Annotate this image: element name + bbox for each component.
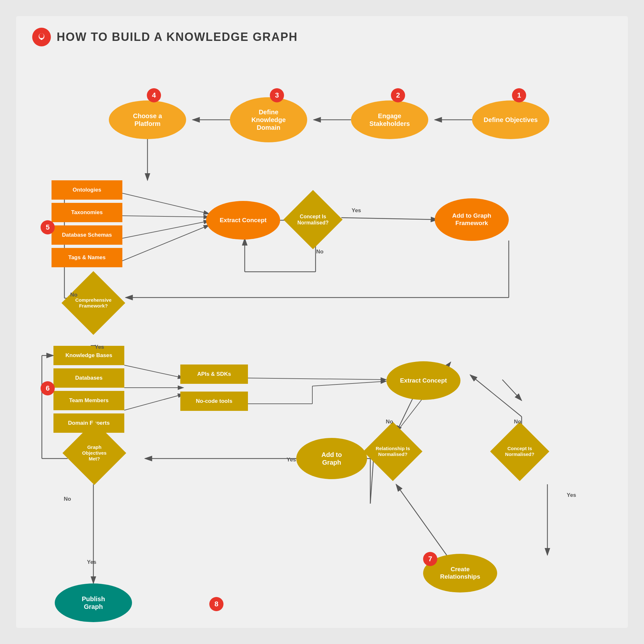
relationship-normalised: Relationship IsNormalised? [364, 422, 422, 480]
extract-concept-top: Extract Concept [206, 201, 280, 240]
header: HOW TO BUILD A KNOWLEDGE GRAPH [16, 16, 628, 53]
svg-line-12 [122, 216, 209, 217]
badge-2: 2 [391, 88, 405, 102]
svg-line-31 [312, 381, 386, 386]
svg-line-34 [470, 375, 522, 417]
svg-line-14 [122, 225, 209, 261]
taxonomies: Taxonomies [52, 203, 122, 222]
database-schemas: Database Schemas [52, 225, 122, 245]
label-yes-comp: Yes [95, 344, 104, 350]
add-to-graph-framework: Add to GraphFramework [435, 198, 509, 241]
svg-line-27 [124, 394, 184, 410]
concept-normalised-bottom: Concept IsNormalised? [491, 422, 549, 480]
extract-concept-bottom: Extract Concept [386, 361, 460, 400]
flowchart: 1 2 3 4 5 6 7 8 Define Objectives Engage… [16, 53, 628, 629]
badge-8: 8 [209, 597, 223, 611]
svg-line-32 [502, 380, 522, 401]
publish-graph: PublishGraph [55, 583, 132, 622]
label-no-comp: No [70, 292, 78, 298]
badge-1: 1 [512, 88, 526, 102]
label-no-rel: No [386, 419, 393, 425]
add-to-graph: Add toGraph [296, 438, 367, 479]
databases: Databases [53, 368, 124, 388]
page-title: HOW TO BUILD A KNOWLEDGE GRAPH [57, 30, 298, 44]
label-no-conc: No [514, 419, 521, 425]
svg-line-16 [341, 218, 438, 220]
engage-stakeholders: EngageStakeholders [351, 100, 428, 139]
svg-line-25 [124, 365, 184, 378]
badge-7: 7 [423, 552, 437, 566]
svg-line-11 [122, 193, 209, 214]
logo-circle [32, 28, 51, 46]
label-no-obj: No [64, 496, 71, 502]
concept-normalised-top: Concept IsNormalised? [284, 191, 342, 249]
label-yes-top: Yes [352, 207, 361, 214]
tags-names: Tags & Names [52, 248, 122, 267]
badge-3: 3 [270, 88, 284, 102]
no-code-tools: No-code tools [180, 392, 248, 411]
arrows-svg [16, 53, 628, 629]
knowledge-bases: Knowledge Bases [53, 346, 124, 365]
svg-rect-4 [41, 38, 42, 40]
svg-line-28 [248, 378, 386, 380]
badge-5: 5 [41, 220, 55, 234]
page: HOW TO BUILD A KNOWLEDGE GRAPH [16, 16, 628, 628]
label-yes-rel: Yes [287, 457, 296, 463]
choose-platform: Choose aPlatform [109, 100, 186, 139]
label-yes-conc: Yes [567, 492, 576, 498]
label-no-top: No [316, 249, 324, 255]
apis-sdks: APIs & SDKs [180, 365, 248, 384]
graph-objectives-met: GraphObjectivesMet? [64, 422, 125, 484]
svg-point-2 [39, 33, 44, 38]
badge-6: 6 [41, 381, 55, 395]
svg-line-13 [122, 221, 209, 238]
define-objectives: Define Objectives [472, 100, 549, 139]
define-knowledge-domain: DefineKnowledgeDomain [230, 97, 307, 142]
team-members: Team Members [53, 391, 124, 410]
label-yes-obj: Yes [87, 559, 96, 565]
badge-4: 4 [147, 88, 161, 102]
ontologies: Ontologies [52, 180, 122, 200]
comprehensive-framework: ComprehensiveFramework? [63, 272, 124, 334]
